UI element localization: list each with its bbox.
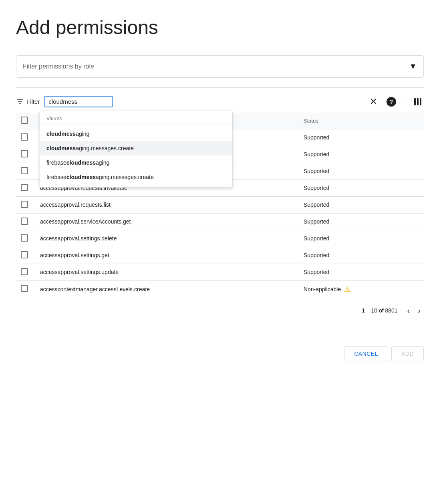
status-supported-text: Supported — [304, 218, 330, 225]
section-divider — [16, 87, 424, 88]
select-all-checkbox[interactable] — [21, 117, 28, 124]
autocomplete-prefix: firebase — [46, 174, 66, 180]
status-supported-text: Supported — [304, 151, 330, 157]
header-status: Status — [299, 113, 424, 129]
autocomplete-rest: aging.messages.create — [96, 174, 154, 180]
pagination-info: 1 – 10 of 8801 — [362, 307, 398, 314]
status-supported-text: Supported — [304, 252, 330, 258]
autocomplete-item-firebasecloudmessaging[interactable]: firebasecloudmessaging — [40, 155, 232, 170]
help-icon: ? — [387, 97, 396, 107]
close-icon: ✕ — [370, 97, 377, 107]
columns-button[interactable] — [412, 96, 424, 108]
filter-role-dropdown[interactable]: Filter permissions by role ▼ — [16, 55, 424, 78]
table-row: accessapproval.serviceAccounts.getSuppor… — [16, 213, 424, 230]
table-row: accessapproval.settings.updateSupported — [16, 264, 424, 280]
row-status: Supported — [299, 196, 424, 213]
status-supported-text: Supported — [304, 269, 330, 275]
row-checkbox[interactable] — [21, 234, 28, 242]
table-row: accessapproval.settings.deleteSupported — [16, 230, 424, 247]
row-checkbox[interactable] — [21, 133, 28, 141]
autocomplete-rest: aging — [76, 131, 89, 137]
row-checkbox-cell — [16, 146, 35, 163]
row-checkbox[interactable] — [21, 285, 28, 292]
autocomplete-match: cloudmess — [46, 145, 76, 151]
row-status: Supported — [299, 129, 424, 146]
row-permission: accesscontextmanager.accessLevels.create — [35, 280, 299, 298]
status-supported-text: Supported — [304, 235, 330, 242]
status-supported-text: Supported — [304, 185, 330, 191]
row-status: Supported — [299, 230, 424, 247]
row-checkbox[interactable] — [21, 167, 28, 174]
row-checkbox-cell — [16, 264, 35, 280]
autocomplete-header: Values — [40, 114, 232, 125]
row-checkbox[interactable] — [21, 201, 28, 208]
table-row: accessapproval.requests.listSupported — [16, 196, 424, 213]
filter-text-input[interactable] — [44, 96, 113, 107]
filter-icon — [16, 98, 24, 106]
row-checkbox[interactable] — [21, 268, 28, 275]
row-permission: accessapproval.settings.delete — [35, 230, 299, 247]
clear-filter-button[interactable]: ✕ — [367, 94, 379, 109]
table-row: accessapproval.settings.getSupported — [16, 247, 424, 264]
row-checkbox[interactable] — [21, 251, 28, 258]
pagination-next-button[interactable]: › — [415, 304, 424, 317]
header-checkbox-col — [16, 113, 35, 129]
row-checkbox-cell — [16, 230, 35, 247]
row-checkbox[interactable] — [21, 218, 28, 225]
toolbar: Filter Values cloudmessaging cloudmessag… — [16, 94, 424, 109]
autocomplete-match: cloudmess — [66, 159, 96, 166]
filter-input-wrapper — [44, 96, 113, 107]
row-checkbox-cell — [16, 247, 35, 264]
status-supported-text: Supported — [304, 202, 330, 208]
filter-role-placeholder: Filter permissions by role — [23, 63, 94, 70]
autocomplete-item-cloudmessaging[interactable]: cloudmessaging — [40, 127, 232, 141]
row-checkbox-cell — [16, 213, 35, 230]
pagination: 1 – 10 of 8801 ‹ › — [16, 298, 424, 323]
row-checkbox[interactable] — [21, 184, 28, 191]
row-checkbox-cell — [16, 196, 35, 213]
row-checkbox[interactable] — [21, 150, 28, 157]
autocomplete-item-cloudmessaging-messages-create[interactable]: cloudmessaging.messages.create — [40, 141, 232, 155]
filter-icon-btn[interactable]: Filter — [16, 98, 40, 106]
status-supported-text: Supported — [304, 168, 330, 174]
warning-icon: ⚠ — [344, 285, 350, 294]
row-checkbox-cell — [16, 280, 35, 298]
row-permission: accessapproval.settings.get — [35, 247, 299, 264]
page-title: Add permissions — [16, 16, 424, 39]
row-permission: accessapproval.settings.update — [35, 264, 299, 280]
status-non-applicable-text: Non-applicable — [304, 286, 341, 292]
autocomplete-dropdown: Values cloudmessaging cloudmessaging.mes… — [40, 111, 232, 187]
pagination-prev-button[interactable]: ‹ — [404, 304, 413, 317]
row-checkbox-cell — [16, 179, 35, 196]
status-supported-text: Supported — [304, 134, 330, 141]
row-status: Supported — [299, 163, 424, 179]
row-checkbox-cell — [16, 163, 35, 179]
filter-label: Filter — [26, 98, 40, 105]
row-permission: accessapproval.serviceAccounts.get — [35, 213, 299, 230]
row-status: Supported — [299, 179, 424, 196]
autocomplete-rest: aging.messages.create — [76, 145, 134, 151]
toolbar-divider — [405, 96, 405, 107]
row-status: Supported — [299, 146, 424, 163]
autocomplete-match: cloudmess — [66, 174, 96, 180]
columns-icon — [414, 98, 421, 105]
autocomplete-prefix: firebase — [46, 159, 66, 166]
chevron-down-icon: ▼ — [409, 62, 417, 71]
autocomplete-match: cloudmess — [46, 131, 76, 137]
cancel-button[interactable]: CANCEL — [344, 346, 388, 361]
row-status: Supported — [299, 264, 424, 280]
row-permission: accessapproval.requests.list — [35, 196, 299, 213]
table-row: accesscontextmanager.accessLevels.create… — [16, 280, 424, 298]
row-status: Non-applicable⚠ — [299, 280, 424, 298]
autocomplete-item-firebasecloudmessaging-messages-create[interactable]: firebasecloudmessaging.messages.create — [40, 170, 232, 184]
row-status: Supported — [299, 213, 424, 230]
add-button[interactable]: ADD — [391, 346, 424, 361]
row-checkbox-cell — [16, 129, 35, 146]
autocomplete-divider — [40, 125, 232, 125]
row-status: Supported — [299, 247, 424, 264]
bottom-actions: CANCEL ADD — [16, 333, 424, 361]
autocomplete-rest: aging — [96, 159, 109, 166]
help-button[interactable]: ? — [384, 95, 399, 109]
